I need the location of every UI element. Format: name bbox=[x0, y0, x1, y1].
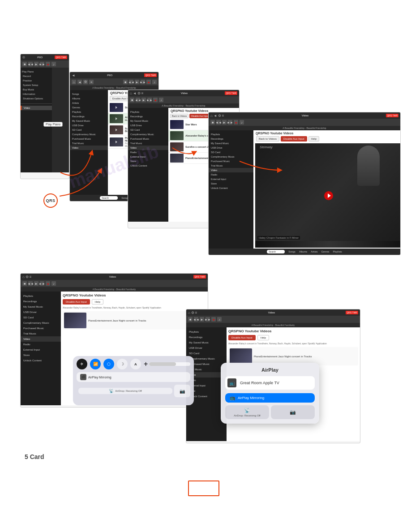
win3-external[interactable]: External Input bbox=[128, 154, 168, 159]
win4-play[interactable]: ► bbox=[222, 120, 227, 124]
airplay-airdrop-btn[interactable]: 📡 AirDrop: Receiving Off bbox=[225, 405, 269, 419]
bwin2-recordings[interactable]: Recordings bbox=[186, 335, 227, 340]
win4-video-player[interactable]: Steinway Haley Chopin Fantasie in F-Mino… bbox=[255, 143, 400, 248]
win1-stop[interactable]: ■ bbox=[22, 62, 27, 66]
bwin2-prev[interactable]: ◄◄ bbox=[194, 317, 198, 322]
win4-help[interactable]: Help bbox=[308, 136, 319, 142]
bwin1-settings[interactable]: ⚙ bbox=[26, 275, 29, 279]
win4-radio[interactable]: Radio bbox=[209, 172, 253, 177]
win2-recordings[interactable]: Recordings bbox=[70, 114, 108, 119]
bwin1-vol[interactable]: ♪ bbox=[51, 281, 56, 286]
win4-settings-btn[interactable]: ⚙ bbox=[218, 114, 221, 118]
win3-settings-btn[interactable]: ⚙ bbox=[137, 91, 141, 95]
win2-back[interactable]: ◄ bbox=[77, 80, 82, 84]
win1-play[interactable]: ► bbox=[34, 62, 39, 66]
cc-airdrop-btn[interactable]: 📡 AirDrop: Receiving Off bbox=[78, 388, 172, 394]
win4-tab-artists[interactable]: Artists bbox=[311, 250, 317, 253]
win3-rec[interactable]: ● bbox=[153, 98, 158, 102]
win2-artists[interactable]: Artists bbox=[70, 101, 108, 105]
win4-saved[interactable]: My Saved Music bbox=[209, 141, 253, 146]
bwin1-playlists[interactable]: Playlists bbox=[21, 293, 61, 299]
win4-comp[interactable]: Complimentary Music bbox=[209, 154, 253, 159]
win3-store[interactable]: Store bbox=[128, 159, 168, 163]
cc-moon-icon[interactable]: ☽ bbox=[117, 359, 128, 369]
win2-search[interactable]: Search bbox=[100, 196, 118, 200]
win1-item-video[interactable]: Video bbox=[21, 106, 52, 110]
win3-trial[interactable]: Trial Music bbox=[128, 141, 168, 146]
win4-purchased[interactable]: Purchased Music bbox=[209, 159, 253, 163]
win1-item-info[interactable]: Information bbox=[21, 92, 52, 96]
win4-tab-albums[interactable]: Albums bbox=[299, 250, 307, 253]
win4-back-btn[interactable]: ◄ bbox=[214, 114, 217, 118]
win3-menu-btn[interactable]: ≡ bbox=[141, 91, 144, 95]
win3-purchased[interactable]: Purchased Music bbox=[128, 137, 168, 141]
bwin2-menu[interactable]: ≡ bbox=[195, 311, 197, 315]
win3-comp[interactable]: Complimentary Music bbox=[128, 132, 168, 137]
bwin1-external[interactable]: External Input bbox=[21, 347, 61, 352]
bwin1-saved[interactable]: My Saved Music bbox=[21, 304, 61, 309]
win2-prev[interactable]: ◄◄ bbox=[129, 80, 133, 84]
win2-usb[interactable]: USB Drive bbox=[70, 123, 108, 128]
win4-disable-aux[interactable]: Disable Aux Input bbox=[281, 136, 307, 142]
win4-vol[interactable]: ♪ bbox=[240, 120, 244, 124]
win4-video[interactable]: Video bbox=[209, 168, 253, 172]
win3-vol[interactable]: ♪ bbox=[159, 98, 163, 102]
win2-home[interactable]: ⌂ bbox=[72, 80, 76, 84]
bwin1-store[interactable]: Store bbox=[21, 352, 61, 358]
cc-font-icon[interactable]: A bbox=[130, 359, 141, 369]
cc-camera-btn[interactable]: 📷 bbox=[174, 385, 190, 397]
win4-stop[interactable]: ■ bbox=[210, 120, 215, 124]
win2-nav-back[interactable]: ◄ bbox=[72, 73, 75, 77]
win4-search[interactable]: Search bbox=[267, 250, 285, 253]
win2-trial[interactable]: Trial Music bbox=[70, 141, 108, 146]
bwin2-help[interactable]: Help bbox=[257, 335, 269, 340]
win3-sd[interactable]: SD Card bbox=[128, 128, 168, 132]
win3-play[interactable]: ► bbox=[141, 98, 146, 102]
bwin2-playlists[interactable]: Playlists bbox=[186, 329, 227, 335]
win1-item-buy[interactable]: Buy Music bbox=[21, 87, 52, 92]
win2-menu[interactable]: ≡ bbox=[89, 80, 94, 84]
win3-usb[interactable]: USB Drive bbox=[128, 123, 168, 128]
airplay-device-item[interactable]: 📺 Great Room Apple TV bbox=[225, 376, 315, 390]
win3-video[interactable]: Video bbox=[128, 146, 168, 150]
bwin1-radio[interactable]: Radio bbox=[21, 342, 61, 347]
bwin1-sd[interactable]: SD Card bbox=[21, 315, 61, 320]
win3-next[interactable]: ►► bbox=[147, 98, 152, 102]
win4-menu-btn[interactable]: ≡ bbox=[222, 114, 224, 118]
win3-radio[interactable]: Radio bbox=[128, 150, 168, 154]
bwin1-next[interactable]: ►► bbox=[40, 281, 44, 286]
win4-recordings[interactable]: Recordings bbox=[209, 137, 253, 141]
win2-comp[interactable]: Complimentary Music bbox=[70, 132, 108, 137]
bwin1-unlock[interactable]: Unlock Content bbox=[21, 358, 61, 363]
win1-item-practice[interactable]: Practice bbox=[21, 78, 52, 83]
win1-item-system[interactable]: System Setup bbox=[21, 83, 52, 87]
bwin2-rec[interactable]: ● bbox=[211, 317, 216, 322]
bwin1-stop[interactable]: ■ bbox=[22, 281, 27, 286]
win2-rec[interactable]: ● bbox=[146, 80, 151, 84]
win4-rec[interactable]: ● bbox=[234, 120, 238, 124]
win1-prev[interactable]: ◄◄ bbox=[28, 62, 33, 66]
win3-prev[interactable]: ◄◄ bbox=[136, 98, 140, 102]
win4-back-videos[interactable]: Back to Videos bbox=[256, 136, 279, 142]
win3-home-btn[interactable]: ⌂ bbox=[130, 91, 132, 95]
airplay-camera-btn[interactable]: 📷 bbox=[271, 405, 315, 419]
win4-sd[interactable]: SD Card bbox=[209, 150, 253, 154]
win4-next[interactable]: ►► bbox=[228, 120, 232, 124]
bwin2-saved[interactable]: My Saved Music bbox=[186, 340, 227, 345]
win1-item-play-piano[interactable]: Play Piano bbox=[21, 69, 52, 74]
win4-tab-songs[interactable]: Songs bbox=[288, 250, 295, 253]
win4-store[interactable]: Store bbox=[209, 181, 253, 186]
win3-recordings[interactable]: Recordings bbox=[128, 114, 168, 119]
yt-play-btn[interactable] bbox=[324, 191, 333, 200]
win1-item-record[interactable]: Record bbox=[21, 74, 52, 78]
bwin1-video[interactable]: Video bbox=[21, 336, 61, 342]
bwin1-usb[interactable]: USB Driver bbox=[21, 309, 61, 315]
win4-external[interactable]: External Input bbox=[209, 177, 253, 181]
win4-playlists[interactable]: Playlists bbox=[209, 132, 253, 137]
bwin1-rec[interactable]: ● bbox=[46, 281, 50, 286]
win1-rec[interactable]: ● bbox=[46, 62, 50, 66]
win3-saved[interactable]: My Saved Music bbox=[128, 119, 168, 123]
win2-playlists[interactable]: Playlists bbox=[70, 110, 108, 114]
win2-video[interactable]: Video bbox=[70, 146, 108, 150]
win3-back-btn[interactable]: ◄ bbox=[133, 91, 137, 95]
